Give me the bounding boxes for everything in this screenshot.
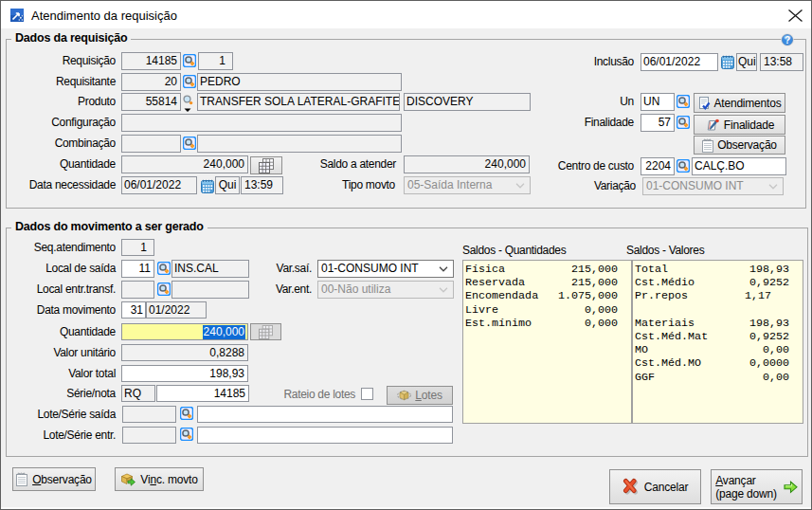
svg-text:?: ?: [785, 35, 790, 46]
